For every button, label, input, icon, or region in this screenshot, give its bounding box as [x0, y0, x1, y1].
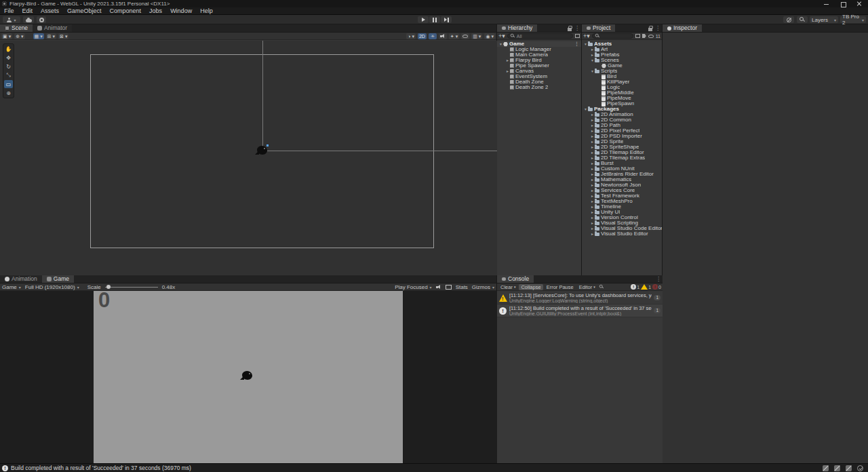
- hierarchy-item[interactable]: Death Zone 2: [497, 85, 581, 90]
- expand-arrow-icon[interactable]: ►: [590, 188, 595, 193]
- scale-slider[interactable]: [105, 287, 158, 288]
- kebab-menu-icon[interactable]: ⋮: [574, 26, 580, 31]
- expand-arrow-icon[interactable]: ►: [590, 150, 595, 155]
- expand-arrow-icon[interactable]: ►: [590, 47, 595, 52]
- project-item[interactable]: ►2D Path: [582, 123, 662, 128]
- account-button[interactable]: [3, 16, 20, 23]
- clear-button[interactable]: Clear▾: [498, 284, 517, 290]
- expand-arrow-icon[interactable]: ►: [590, 123, 595, 128]
- project-item[interactable]: ►2D Pixel Perfect: [582, 128, 662, 134]
- project-item[interactable]: Logic: [582, 85, 662, 90]
- tab-animator[interactable]: Animator: [33, 24, 72, 32]
- project-item[interactable]: PipeMove: [582, 96, 662, 101]
- editor-dropdown[interactable]: Editor▾: [577, 284, 597, 290]
- expand-arrow-icon[interactable]: ►: [590, 112, 595, 117]
- status-message[interactable]: Build completed with a result of 'Succee…: [11, 465, 191, 471]
- search-by-type-icon[interactable]: [635, 34, 640, 38]
- expand-arrow-icon[interactable]: ▼: [590, 68, 595, 74]
- expand-arrow-icon[interactable]: ►: [590, 161, 595, 166]
- project-item[interactable]: ►Mathematics: [582, 177, 662, 182]
- increment-snap-dropdown[interactable]: ⊞▾: [46, 33, 56, 39]
- expand-arrow-icon[interactable]: ►: [590, 117, 595, 123]
- gizmos-dropdown-game[interactable]: Gizmos: [472, 284, 494, 290]
- console-search-icon[interactable]: [599, 285, 604, 289]
- pause-button[interactable]: [429, 16, 440, 23]
- expand-arrow-icon[interactable]: ►: [590, 166, 595, 172]
- project-item[interactable]: ►Version Control: [582, 215, 662, 220]
- warning-count-toggle[interactable]: 1: [641, 284, 651, 290]
- project-item[interactable]: ►Art: [582, 47, 662, 52]
- row-kebab-icon[interactable]: ⋮: [574, 41, 579, 47]
- console-entry[interactable]: ![11:12:50] Build completed with a resul…: [497, 304, 663, 317]
- lighting-toggle-button[interactable]: ☀: [429, 33, 437, 39]
- project-item[interactable]: ►2D PSD Importer: [582, 134, 662, 139]
- project-search-input[interactable]: [592, 33, 633, 39]
- menu-jobs[interactable]: Jobs: [145, 7, 166, 15]
- expand-arrow-icon[interactable]: ►: [505, 68, 510, 74]
- move-tool-button[interactable]: ✥: [4, 54, 13, 62]
- hierarchy-create-button[interactable]: +▾: [498, 33, 505, 39]
- expand-arrow-icon[interactable]: ►: [590, 215, 595, 220]
- mute-audio-icon[interactable]: [436, 285, 441, 290]
- project-item[interactable]: ►Services Core: [582, 188, 662, 193]
- scene-visibility-button[interactable]: [461, 33, 469, 39]
- project-item[interactable]: ▼Assets: [582, 41, 662, 47]
- menu-assets[interactable]: Assets: [37, 7, 63, 15]
- project-item[interactable]: ►Visual Studio Code Editor: [582, 226, 662, 231]
- kebab-menu-icon[interactable]: ⋮: [656, 277, 661, 282]
- error-pause-button[interactable]: Error Pause: [545, 284, 576, 290]
- close-button[interactable]: [854, 1, 864, 7]
- code-ready-icon[interactable]: [857, 465, 863, 471]
- expand-arrow-icon[interactable]: ►: [590, 134, 595, 139]
- project-item[interactable]: ►2D Common: [582, 117, 662, 123]
- lock-icon[interactable]: [648, 28, 652, 31]
- cloud-services-button[interactable]: [23, 16, 34, 23]
- view-tool-button[interactable]: ✋: [4, 45, 13, 53]
- effects-dropdown[interactable]: ✦▾: [449, 33, 459, 39]
- project-item[interactable]: ►Unity UI: [582, 210, 662, 215]
- pivot-rotation-dropdown[interactable]: ⊕▾: [14, 33, 24, 39]
- grid-snap-dropdown[interactable]: ▦▾: [33, 33, 44, 39]
- project-create-button[interactable]: +▾: [583, 33, 590, 39]
- search-by-label-icon[interactable]: [642, 34, 646, 38]
- hidden-packages-icon[interactable]: [648, 35, 654, 38]
- display-dropdown[interactable]: Game: [2, 284, 21, 290]
- hierarchy-search-input[interactable]: All: [507, 33, 573, 39]
- play-focused-dropdown[interactable]: Play Focused: [395, 284, 431, 290]
- tab-game[interactable]: Game: [42, 275, 74, 283]
- layers-dropdown[interactable]: Layers: [810, 16, 838, 23]
- project-item[interactable]: PipeMiddle: [582, 90, 662, 96]
- tool-settings-dropdown[interactable]: ⊠▾: [58, 33, 68, 39]
- expand-arrow-icon[interactable]: ►: [590, 128, 595, 134]
- expand-arrow-icon[interactable]: ►: [590, 220, 595, 226]
- error-count-toggle[interactable]: !0: [652, 284, 661, 290]
- expand-arrow-icon[interactable]: ►: [590, 139, 595, 144]
- hierarchy-item[interactable]: Pipe Spawner: [497, 63, 581, 68]
- progress-indicator-button[interactable]: [783, 16, 794, 23]
- pivot-mode-dropdown[interactable]: ▣▾: [1, 33, 12, 39]
- gizmos-dropdown[interactable]: ◉▾: [484, 33, 495, 39]
- hierarchy-item[interactable]: ►Canvas: [497, 68, 581, 74]
- draw-mode-dropdown[interactable]: ◑▾: [406, 33, 416, 39]
- scene-viewport[interactable]: ✋ ✥ ↻ ⤡ ▭ ⊕: [0, 41, 497, 275]
- layout-dropdown[interactable]: TB Pro 2: [840, 16, 866, 23]
- project-item[interactable]: ►TextMeshPro: [582, 199, 662, 204]
- expand-arrow-icon[interactable]: ►: [590, 204, 595, 210]
- project-item[interactable]: Bird: [582, 74, 662, 79]
- collab-disabled-icon[interactable]: [834, 465, 840, 471]
- tab-inspector[interactable]: Inspector: [663, 24, 702, 32]
- hierarchy-item[interactable]: Logic Manager: [497, 47, 581, 52]
- expand-arrow-icon[interactable]: ▼: [583, 41, 588, 47]
- rect-tool-button[interactable]: ▭: [4, 80, 13, 88]
- expand-arrow-icon[interactable]: ▼: [590, 58, 595, 63]
- cache-server-disabled-icon[interactable]: [846, 465, 852, 471]
- step-button[interactable]: [441, 16, 452, 23]
- info-count-toggle[interactable]: !1: [631, 284, 639, 290]
- project-item[interactable]: ►Prefabs: [582, 52, 662, 58]
- project-item[interactable]: ►2D Tilemap Extras: [582, 155, 662, 161]
- project-item[interactable]: KillPlayer: [582, 79, 662, 85]
- project-item[interactable]: ►Test Framework: [582, 193, 662, 199]
- project-item[interactable]: ►Timeline: [582, 204, 662, 210]
- project-item[interactable]: ►Custom NUnit: [582, 166, 662, 172]
- menu-help[interactable]: Help: [196, 7, 217, 15]
